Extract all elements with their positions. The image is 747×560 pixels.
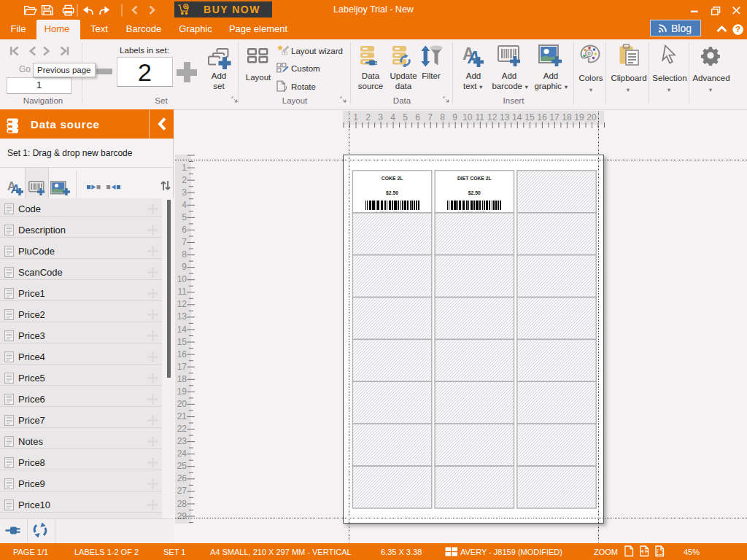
svg-text:15: 15 xyxy=(525,112,535,122)
svg-text:3: 3 xyxy=(378,112,383,122)
svg-text:19: 19 xyxy=(177,386,187,397)
svg-text:16: 16 xyxy=(177,349,187,359)
svg-text:17: 17 xyxy=(177,362,187,372)
svg-text:25: 25 xyxy=(177,461,187,471)
svg-text:17: 17 xyxy=(549,112,560,122)
svg-text:5: 5 xyxy=(403,112,408,122)
svg-text:24: 24 xyxy=(177,448,187,459)
svg-text:18: 18 xyxy=(562,112,572,122)
svg-text:1: 1 xyxy=(353,112,358,122)
svg-text:3: 3 xyxy=(182,187,187,198)
svg-text:5: 5 xyxy=(182,212,187,222)
svg-text:13: 13 xyxy=(500,112,510,122)
svg-text:6: 6 xyxy=(182,225,187,235)
svg-text:9: 9 xyxy=(452,112,457,122)
svg-text:2: 2 xyxy=(365,112,371,122)
svg-text:21: 21 xyxy=(177,411,187,421)
svg-text:19: 19 xyxy=(574,112,584,122)
svg-text:12: 12 xyxy=(177,299,187,309)
svg-text:9: 9 xyxy=(182,262,187,272)
svg-text:7: 7 xyxy=(427,112,433,122)
svg-text:13: 13 xyxy=(177,311,187,322)
svg-text:10: 10 xyxy=(177,274,187,284)
svg-text:4: 4 xyxy=(182,200,187,210)
svg-text:11: 11 xyxy=(178,287,187,297)
svg-text:2: 2 xyxy=(182,175,187,185)
svg-text:20: 20 xyxy=(177,399,187,409)
svg-text:27: 27 xyxy=(177,486,187,496)
svg-text:28: 28 xyxy=(177,499,187,509)
svg-text:29: 29 xyxy=(177,511,187,521)
svg-text:18: 18 xyxy=(177,374,187,384)
svg-text:14: 14 xyxy=(512,112,522,122)
svg-text:8: 8 xyxy=(182,249,187,260)
svg-text:10: 10 xyxy=(462,112,473,122)
svg-text:12: 12 xyxy=(487,112,498,122)
svg-text:23: 23 xyxy=(177,436,187,446)
svg-text:16: 16 xyxy=(537,112,547,122)
svg-text:11: 11 xyxy=(476,112,485,122)
svg-text:1: 1 xyxy=(182,163,187,173)
svg-text:22: 22 xyxy=(177,424,187,434)
svg-text:14: 14 xyxy=(177,324,187,335)
svg-text:8: 8 xyxy=(440,112,445,122)
svg-text:15: 15 xyxy=(177,337,187,347)
svg-text:26: 26 xyxy=(177,473,187,483)
svg-text:7: 7 xyxy=(182,237,187,247)
svg-text:4: 4 xyxy=(390,112,395,122)
svg-text:6: 6 xyxy=(415,112,420,122)
svg-text:20: 20 xyxy=(587,112,597,122)
